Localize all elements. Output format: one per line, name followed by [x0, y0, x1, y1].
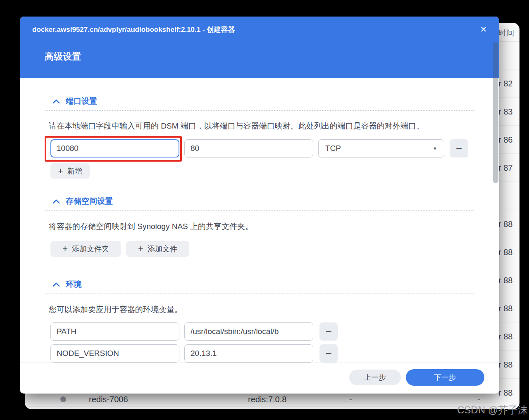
container-cell: - — [349, 395, 352, 404]
row-fragment: r 88 — [498, 303, 512, 313]
dialog-title: docker.awsl9527.cn/advplyr/audiobookshel… — [32, 25, 235, 34]
create-container-dialog: docker.awsl9527.cn/advplyr/audiobookshel… — [20, 17, 499, 394]
port-mapping-row: TCP ▼ − — [50, 139, 468, 158]
container-list-row-redis: redis-7006 redis:7.0.8 - - — [25, 393, 519, 409]
section-divider — [45, 110, 474, 111]
add-port-button[interactable]: + 新增 — [50, 163, 90, 179]
section-title-ports: 端口设置 — [66, 96, 97, 107]
container-port-input[interactable] — [184, 139, 313, 158]
row-fragment: r 88 — [498, 332, 512, 341]
screenshot-stage: 时间 r 82 r 83 r 86 r 87 r 88 r 88 r 88 r … — [0, 0, 529, 420]
row-fragment: r 87 — [498, 163, 512, 172]
row-fragment: r 86 — [498, 135, 512, 144]
remove-port-button[interactable]: − — [450, 139, 468, 158]
add-folder-button[interactable]: + 添加文件夹 — [50, 241, 121, 257]
close-button[interactable]: ✕ — [476, 22, 491, 36]
next-button[interactable]: 下一步 — [406, 369, 484, 386]
status-dot-icon — [60, 396, 66, 402]
back-button[interactable]: 上一步 — [349, 370, 401, 385]
container-cell: - — [477, 395, 480, 404]
row-fragment: r 82 — [498, 79, 512, 88]
env-name-input[interactable] — [50, 344, 179, 363]
container-image: redis:7.0.8 — [248, 395, 286, 404]
close-icon: ✕ — [480, 24, 487, 34]
env-value-input[interactable] — [184, 322, 313, 341]
ports-description: 请在本地端口字段中输入可用的 DSM 端口，以将端口与容器端口映射。此处列出的端… — [49, 121, 424, 131]
plus-icon: + — [58, 167, 63, 176]
row-fragment: r 88 — [498, 360, 512, 369]
row-fragment: r 88 — [498, 275, 512, 285]
column-header-time: 时间 — [498, 28, 514, 38]
storage-description: 将容器的存储空间映射到 Synology NAS 上的共享文件夹。 — [49, 221, 253, 232]
env-var-row: − — [50, 322, 338, 341]
env-name-input[interactable] — [50, 322, 179, 341]
container-name: redis-7006 — [89, 395, 128, 404]
env-value-input[interactable] — [184, 344, 313, 363]
add-file-label: 添加文件 — [148, 244, 177, 254]
section-header-ports[interactable]: 端口设置 — [52, 96, 97, 107]
env-description: 您可以添加要应用于容器的环境变量。 — [49, 304, 182, 315]
add-port-label: 新增 — [67, 166, 82, 176]
section-header-env[interactable]: 环境 — [52, 279, 81, 290]
add-file-button[interactable]: + 添加文件 — [126, 241, 189, 257]
protocol-value: TCP — [325, 144, 341, 153]
remove-env-button[interactable]: − — [319, 344, 338, 363]
env-var-row: − — [50, 344, 338, 363]
storage-buttons-row: + 添加文件夹 + 添加文件 — [50, 241, 189, 257]
row-fragment: r 88 — [498, 219, 512, 229]
chevron-up-icon — [52, 99, 60, 104]
section-divider — [45, 294, 474, 294]
row-fragment: r 83 — [498, 107, 512, 116]
local-port-input[interactable] — [50, 139, 179, 158]
dialog-footer: 上一步 下一步 — [20, 363, 499, 394]
section-header-storage[interactable]: 存储空间设置 — [52, 196, 113, 207]
section-divider — [45, 210, 474, 211]
plus-icon: + — [138, 244, 143, 253]
add-folder-label: 添加文件夹 — [72, 244, 109, 254]
chevron-down-icon: ▼ — [433, 146, 437, 151]
section-title-storage: 存储空间设置 — [66, 196, 113, 207]
dialog-scrollbar-thumb[interactable] — [493, 42, 498, 183]
minus-icon: − — [325, 325, 331, 338]
remove-env-button[interactable]: − — [319, 322, 338, 341]
chevron-up-icon — [52, 282, 60, 287]
section-title-env: 环境 — [66, 279, 81, 290]
minus-icon: − — [456, 142, 462, 155]
chevron-up-icon — [52, 199, 60, 204]
minus-icon: − — [325, 347, 331, 360]
plus-icon: + — [62, 244, 68, 253]
dialog-header: docker.awsl9527.cn/advplyr/audiobookshel… — [20, 17, 499, 78]
dialog-subtitle: 高级设置 — [45, 50, 81, 63]
protocol-select[interactable]: TCP ▼ — [318, 139, 444, 158]
watermark-text: CSDN @芥子沫 — [457, 403, 528, 417]
row-fragment: r 88 — [498, 247, 512, 257]
